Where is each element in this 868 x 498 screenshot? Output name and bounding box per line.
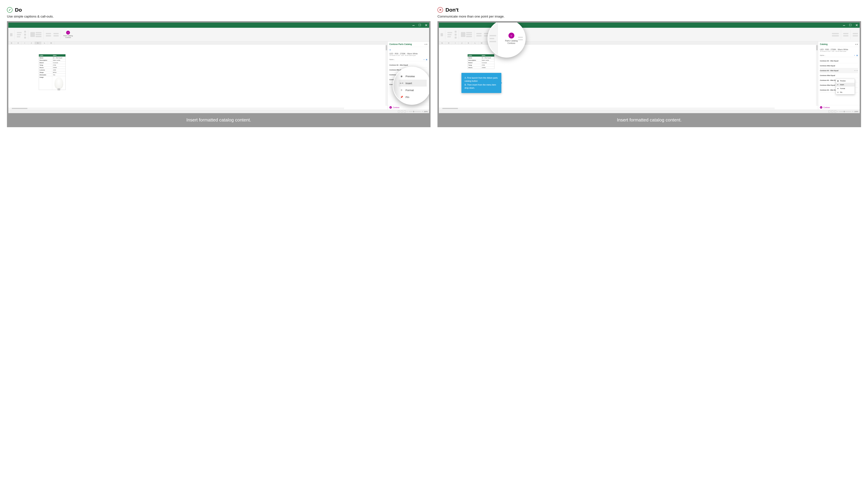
insert-icon: ⇤ (837, 84, 839, 86)
close-button[interactable] (855, 24, 858, 26)
minimize-button[interactable] (413, 24, 415, 26)
pane-footer: CContoso (388, 105, 429, 110)
dont-screenshot: GHIJKLM LableValue Name60 - 65w Equal De… (438, 21, 861, 113)
magnifier-context-menu: ◉Preview ⇤≡Insert ≑Format 📌Pin (393, 67, 430, 105)
callout-step-a: A. First launch from the ribbon parts ca… (465, 76, 498, 82)
parts-catalog-ribbon-button[interactable]: ☼ Parts CatalogContoso (62, 30, 74, 39)
v-scrollbar[interactable] (385, 45, 388, 106)
pin-icon: ⊙ (837, 91, 839, 93)
pane-menu-caret-icon[interactable]: ▾ ✕ (425, 43, 427, 45)
do-subtitle: Use simple captions & call-outs. (7, 15, 430, 18)
ribbon: ☼ Parts CatalogContoso (8, 28, 429, 42)
h-scrollbar[interactable] (8, 108, 344, 109)
maximize-button[interactable] (419, 24, 421, 26)
dont-panel: GHIJKLM LableValue Name60 - 65w Equal De… (438, 21, 861, 127)
preview-menu-item[interactable]: ◉Preview (399, 73, 427, 80)
lightbulb-icon: ☼ (508, 32, 514, 39)
insert-menu-item[interactable]: ⇤Insert (836, 83, 855, 87)
context-menu: ◉Preview ⇤Insert ≑Format ⊙Pin (836, 79, 855, 94)
list-view-icon[interactable]: ≡ (424, 58, 425, 61)
pane-title: Contoso Parts Catalog (389, 43, 412, 45)
do-title: Do (15, 7, 22, 13)
h-scrollbar[interactable] (439, 108, 775, 109)
zoom-level: 100% (854, 111, 858, 113)
check-icon: ✓ (7, 7, 13, 13)
list-item[interactable]: Contoso 60 - 65w Equal• • • (820, 68, 858, 73)
dont-column: ✕ Don't Communicate more than one point … (438, 7, 861, 127)
list-item[interactable]: Contoso 60 - 65w Equal (820, 58, 858, 63)
instruction-callout: A. First launch from the ribbon parts ca… (462, 73, 501, 93)
sliders-icon: ≑ (837, 88, 839, 89)
pane-footer: CContoso (818, 105, 860, 110)
do-panel: ☼ Parts CatalogContoso GHIJKLM LableValu… (7, 21, 430, 127)
zoom-slider[interactable] (409, 112, 421, 112)
grid-view-icon[interactable]: ▦ (856, 54, 858, 56)
format-menu-item[interactable]: ≑Format (399, 87, 427, 93)
eye-icon: ◉ (837, 80, 839, 82)
pin-menu-item[interactable]: 📌Pin (399, 93, 427, 101)
dont-title: Don't (445, 7, 458, 13)
maximize-button[interactable] (849, 24, 852, 26)
more-icon[interactable]: • • • (854, 69, 858, 71)
x-icon: ✕ (438, 7, 443, 13)
grid-view-icon[interactable]: ▦ (426, 58, 427, 61)
pane-subheading: 16 results in LED - R30 - 60-65 Watt Equ… (820, 51, 858, 52)
chevron-down-icon[interactable]: ⌄ (856, 43, 858, 45)
bulb-image (54, 77, 63, 89)
data-table: LableValue Name60 - 65w Equal Descriptio… (467, 54, 494, 69)
status-bar: –+ 100% (8, 110, 429, 113)
callout-step-b: B. Then insert from the menu item drop d… (465, 83, 498, 90)
magnifier-ribbon-button: ☼ Parts CatalogContoso (488, 21, 526, 57)
spreadsheet-grid[interactable]: GHIJKLM LableValue Name60 - 65w Equal De… (8, 42, 388, 110)
list-view-icon[interactable]: ≡ (854, 54, 855, 56)
lightbulb-icon: ☼ (66, 31, 70, 35)
hamburger-icon[interactable]: ≡ (389, 49, 427, 51)
v-scrollbar[interactable] (816, 45, 818, 106)
status-bar: –+ 100% (439, 110, 860, 113)
do-caption: Insert formatted catalog content. (7, 113, 430, 127)
list-item[interactable]: Contoso 85w Equal (820, 73, 858, 78)
dont-subtitle: Communicate more than one point per imag… (438, 15, 861, 18)
task-pane: Catalog▾ ✕ LED - R30 - 2700K - Warm Whit… (818, 42, 860, 110)
list-item[interactable]: Contoso 85w Equal (820, 63, 858, 68)
data-table: LableValue Name60 - 65w Equal Descriptio… (39, 54, 66, 90)
do-screenshot: ☼ Parts CatalogContoso GHIJKLM LableValu… (7, 21, 430, 113)
preview-menu-item[interactable]: ◉Preview (836, 79, 855, 83)
dont-caption: Insert formatted catalog content. (438, 113, 861, 127)
zoom-slider[interactable] (839, 112, 851, 112)
window-titlebar (8, 23, 429, 28)
pane-heading: LED - R30 - 2700K - Warm White (820, 49, 858, 51)
zoom-level: 100% (424, 111, 428, 113)
minimize-button[interactable] (843, 24, 845, 26)
insert-menu-item[interactable]: ⇤≡Insert (399, 80, 427, 87)
pane-subheading: 16 results in LED - R30 - 60-65 Watt Equ… (389, 55, 427, 56)
do-column: ✓ Do Use simple captions & call-outs. (7, 7, 430, 127)
format-menu-item[interactable]: ≑Format (836, 87, 855, 90)
pane-title: Catalog (820, 43, 828, 45)
close-button[interactable] (425, 24, 427, 26)
pin-menu-item[interactable]: ⊙Pin (836, 90, 855, 94)
pane-heading: LED - R30 - 2700K - Warm White (389, 53, 427, 55)
